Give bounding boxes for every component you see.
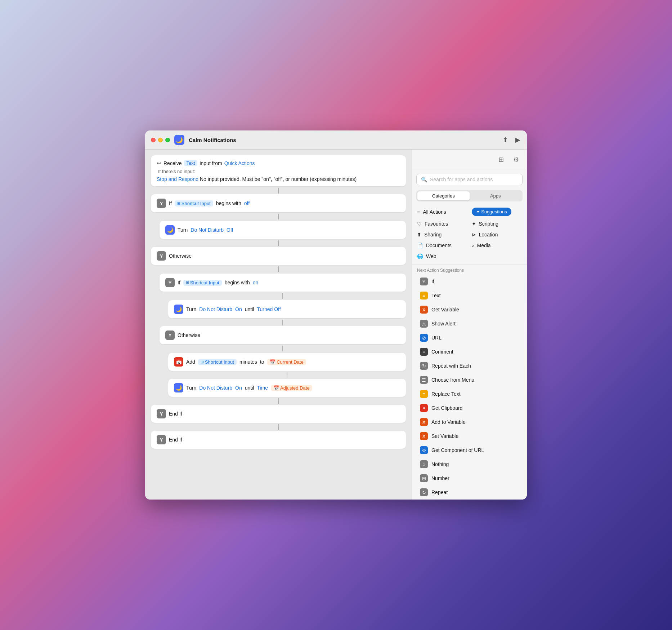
action-item-nothing[interactable]: ○ Nothing (415, 457, 524, 471)
right-panel: ⊞ ⚙ 🔍 Search for apps and actions Catego… (412, 150, 527, 500)
search-bar[interactable]: 🔍 Search for apps and actions (416, 174, 523, 185)
action-item-show-alert[interactable]: △ Show Alert (415, 317, 524, 330)
endif-block-1[interactable]: Y End If (151, 405, 406, 423)
action-icon-get-clipboard: ✦ (420, 404, 428, 412)
titlebar-actions: ⬆ ▶ (502, 135, 521, 145)
action-item-number[interactable]: ⊞ Number (415, 471, 524, 485)
suggestions-pill[interactable]: ✦ Suggestions (472, 208, 511, 216)
shortcut-input-tag[interactable]: ⊞Shortcut Input (175, 200, 213, 207)
left-panel: ↩ Receive Text input from Quick Actions … (145, 150, 412, 500)
turn-dnd-time-block[interactable]: 🌙 Turn Do Not Disturb On until Time 📅 Ad… (168, 379, 406, 397)
action-item-repeat-each[interactable]: ↻ Repeat with Each (415, 359, 524, 373)
turned-off-label[interactable]: Turned Off (257, 306, 281, 312)
action-item-choose-menu[interactable]: ☰ Choose from Menu (415, 373, 524, 387)
scripting-label: Scripting (479, 221, 498, 227)
time-label[interactable]: Time (257, 385, 268, 391)
off-value[interactable]: off (244, 200, 250, 206)
turn-dnd-on-block[interactable]: 🌙 Turn Do Not Disturb On until Turned Of… (168, 300, 406, 318)
action-icon-comment: ≡ (420, 348, 428, 356)
dnd-label-2[interactable]: Do Not Disturb (199, 306, 232, 312)
stop-respond-link[interactable]: Stop and Respond (157, 176, 198, 182)
endif-label-2: End If (169, 437, 182, 443)
play-button[interactable]: ▶ (515, 135, 521, 145)
off-label[interactable]: Off (227, 227, 233, 233)
dnd-icon-1: 🌙 (165, 225, 175, 235)
action-item-set-variable[interactable]: X Set Variable (415, 429, 524, 443)
category-all-actions[interactable]: ≡ All Actions (417, 206, 467, 218)
receive-icon: ↩ (157, 160, 161, 167)
titlebar: 🌙 Calm Notifications ⬆ ▶ (145, 130, 527, 150)
action-item-if[interactable]: Y If (415, 275, 524, 288)
connector-5 (160, 292, 406, 300)
action-item-get-clipboard[interactable]: ✦ Get Clipboard (415, 401, 524, 415)
until-label-2: until (245, 385, 254, 391)
if-on-block[interactable]: Y If ⊞Shortcut Input begins with on (160, 274, 406, 292)
turn-dnd-off-block[interactable]: 🌙 Turn Do Not Disturb Off (160, 221, 406, 239)
action-icon-show-alert: △ (420, 320, 428, 328)
maximize-button[interactable] (165, 138, 170, 142)
add-icon: 📅 (174, 357, 183, 367)
endif-block-2[interactable]: Y End If (151, 431, 406, 449)
shortcut-input-tag-3[interactable]: ⊞Shortcut Input (198, 359, 237, 365)
category-documents[interactable]: 📄 Documents (417, 241, 467, 250)
on-value[interactable]: on (253, 280, 259, 285)
if-icon-2: Y (165, 278, 175, 287)
add-date-block[interactable]: 📅 Add ⊞Shortcut Input minutes to 📅 Curre… (168, 353, 406, 371)
action-label-show-alert: Show Alert (431, 321, 456, 327)
current-date-tag[interactable]: 📅 Current Date (267, 359, 306, 365)
category-media[interactable]: ♪ Media (472, 241, 522, 250)
close-button[interactable] (151, 138, 156, 142)
minutes-label: minutes (239, 359, 257, 365)
filter-button[interactable]: ⚙ (510, 154, 522, 165)
otherwise-block-2[interactable]: Y Otherwise (160, 326, 406, 344)
on-label-1[interactable]: On (235, 306, 242, 312)
category-sharing[interactable]: ⬆ Sharing (417, 230, 467, 239)
action-icon-repeat: ↻ (420, 488, 428, 496)
action-item-add-variable[interactable]: X Add to Variable (415, 415, 524, 429)
action-icon-number: ⊞ (420, 474, 428, 482)
category-web[interactable]: 🌐 Web (417, 252, 467, 261)
main-layout: ↩ Receive Text input from Quick Actions … (145, 150, 527, 500)
if-off-block[interactable]: Y If ⊞Shortcut Input begins with off (151, 194, 406, 212)
action-item-get-url-component[interactable]: ⊘ Get Component of URL (415, 443, 524, 457)
adjusted-date-tag[interactable]: 📅 Adjusted Date (271, 385, 312, 391)
action-item-text[interactable]: ≡ Text (415, 289, 524, 302)
category-scripting[interactable]: ✦ Scripting (472, 219, 522, 229)
tab-categories[interactable]: Categories (417, 191, 470, 200)
minimize-button[interactable] (158, 138, 163, 142)
until-label-1: until (245, 306, 254, 312)
action-item-get-variable[interactable]: X Get Variable (415, 303, 524, 316)
category-favourites[interactable]: ♡ Favourites (417, 219, 467, 229)
location-label: Location (479, 232, 498, 238)
documents-label: Documents (426, 243, 452, 248)
traffic-lights (151, 138, 170, 142)
window-title: Calm Notifications (189, 137, 498, 143)
connector-7 (160, 345, 406, 352)
otherwise-block-1[interactable]: Y Otherwise (151, 247, 406, 265)
category-location[interactable]: ⊳ Location (472, 230, 522, 239)
on-label-2[interactable]: On (235, 385, 242, 391)
search-icon: 🔍 (421, 177, 427, 182)
share-button[interactable]: ⬆ (502, 135, 509, 145)
add-action-button[interactable]: ⊞ (495, 154, 507, 165)
action-item-url[interactable]: ⊘ URL (415, 331, 524, 345)
dnd-label-1[interactable]: Do Not Disturb (191, 227, 224, 233)
dnd-label-3[interactable]: Do Not Disturb (199, 385, 232, 391)
receive-type-tag[interactable]: Text (184, 160, 198, 166)
shortcut-input-tag-2[interactable]: ⊞Shortcut Input (183, 280, 222, 286)
action-item-repeat[interactable]: ↻ Repeat (415, 485, 524, 499)
action-list: Y If ≡ Text X Get Variable △ Show Alert … (412, 274, 527, 500)
connector-4 (151, 266, 406, 273)
action-item-replace-text[interactable]: ≡ Replace Text (415, 387, 524, 401)
tab-apps[interactable]: Apps (470, 191, 522, 200)
action-item-comment[interactable]: ≡ Comment (415, 345, 524, 359)
receive-from-label: input from (200, 160, 222, 166)
category-suggestions[interactable]: ✦ Suggestions (472, 206, 522, 218)
action-label-if: If (431, 279, 434, 284)
category-tabs: Categories Apps (416, 190, 523, 201)
receive-source-link[interactable]: Quick Actions (224, 160, 255, 166)
if-icon: Y (157, 199, 166, 208)
if-keyword: If (169, 200, 172, 206)
action-icon-get-variable: X (420, 306, 428, 314)
connector-8 (168, 372, 406, 379)
